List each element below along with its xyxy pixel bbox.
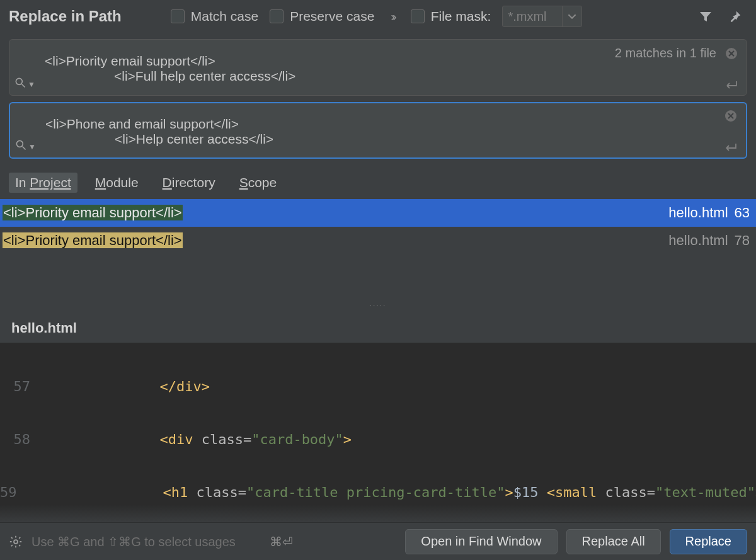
checkbox-box — [171, 9, 185, 23]
dialog-title: Replace in Path — [9, 8, 122, 25]
newline-icon[interactable] — [723, 142, 737, 152]
match-case-label: Match case — [191, 9, 258, 24]
code-token: </div> — [159, 379, 209, 394]
checkbox-box — [270, 9, 284, 23]
replace-text-line1: <li>Phone and email support</li> — [45, 117, 590, 132]
tab-directory-rest: irectory — [172, 175, 215, 190]
tab-module[interactable]: Module — [89, 173, 145, 193]
result-text: <li>Priority email support</li> — [3, 232, 183, 248]
file-mask-input[interactable] — [503, 8, 562, 25]
code-token: class= — [605, 484, 655, 500]
preview-filename: hello.html — [0, 311, 756, 343]
drag-handle[interactable]: ····· — [0, 299, 756, 311]
search-icon[interactable] — [14, 76, 26, 89]
preserve-case-label: Preserve case — [290, 9, 374, 24]
svg-point-6 — [14, 540, 18, 544]
code-token: "card-body" — [251, 431, 343, 447]
scope-tabs: In Project Module Directory Scope — [0, 159, 756, 199]
chevron-down-icon[interactable] — [563, 12, 581, 21]
svg-point-0 — [16, 78, 22, 84]
dialog-header: Replace in Path Match case Preserve case… — [0, 0, 756, 33]
match-case-checkbox[interactable]: Match case — [171, 9, 258, 24]
code-token: > — [343, 431, 352, 447]
code-token: $15 — [513, 484, 547, 500]
newline-icon[interactable] — [724, 80, 738, 90]
chevron-down-icon[interactable]: ▼ — [28, 142, 36, 151]
replace-text-line2: <li>Help center access</li> — [45, 132, 590, 147]
search-text-line2: <li>Full help center access</li> — [45, 69, 590, 84]
chevron-down-icon[interactable]: ▼ — [28, 80, 35, 89]
svg-point-3 — [16, 140, 23, 147]
results-list: <li>Priority email support</li> hello.ht… — [0, 199, 756, 254]
svg-line-1 — [22, 84, 25, 88]
file-mask-combo[interactable] — [502, 6, 582, 27]
code-token: <small — [547, 484, 597, 500]
match-count: 2 matches in 1 file — [615, 46, 716, 60]
tab-scope[interactable]: Scope — [233, 173, 284, 193]
clear-icon[interactable] — [724, 110, 737, 122]
result-file: hello.html — [668, 205, 728, 221]
more-options-icon[interactable]: ›› — [386, 9, 399, 24]
code-token: > — [505, 484, 513, 500]
result-row[interactable]: <li>Priority email support</li> hello.ht… — [0, 199, 756, 227]
code-token: "card-title pricing-card-title" — [246, 484, 505, 500]
code-token: class= — [202, 431, 251, 447]
replace-all-button[interactable]: Replace All — [566, 529, 661, 554]
result-line: 78 — [735, 232, 750, 249]
result-row[interactable]: <li>Priority email support</li> hello.ht… — [0, 227, 756, 254]
tab-scope-rest: cope — [248, 175, 277, 190]
pin-icon[interactable] — [728, 9, 747, 23]
dialog-footer: Use ⌘G and ⇧⌘G to select usages ⌘⏎ Open … — [0, 522, 756, 560]
result-text: <li>Priority email support</li> — [3, 205, 183, 220]
preserve-case-checkbox[interactable]: Preserve case — [270, 9, 374, 24]
gutter-line: 57 — [0, 378, 39, 396]
gutter-line: 58 — [0, 431, 39, 449]
gear-icon[interactable] — [9, 535, 23, 549]
replace-field[interactable]: ▼ <li>Phone and email support</li> <li>H… — [9, 102, 747, 159]
replace-button[interactable]: Replace — [670, 529, 747, 554]
tab-in-project[interactable]: In Project — [9, 173, 77, 193]
gutter-line: 59 — [0, 484, 26, 501]
file-mask-checkbox[interactable]: File mask: — [411, 9, 491, 24]
code-token: <h1 — [163, 484, 188, 500]
result-line: 63 — [735, 205, 750, 221]
svg-line-4 — [23, 147, 26, 150]
usage-hint: Use ⌘G and ⇧⌘G to select usages — [32, 534, 236, 549]
file-mask-label: File mask: — [431, 9, 491, 24]
button-label: Replace — [685, 534, 731, 549]
shortcut-label: ⌘⏎ — [270, 534, 293, 549]
code-token: class= — [196, 484, 246, 500]
search-field[interactable]: ▼ <li>Priority email support</li> <li>Fu… — [9, 39, 747, 96]
filter-icon[interactable] — [698, 9, 717, 24]
checkbox-box — [411, 9, 425, 23]
search-text-line1: <li>Priority email support</li> — [45, 54, 590, 69]
tab-module-rest: odule — [106, 175, 138, 190]
tab-directory[interactable]: Directory — [156, 173, 222, 193]
code-token: "text-muted" — [655, 484, 755, 500]
code-token: <div — [159, 431, 193, 447]
button-label: Open in Find Window — [421, 534, 541, 549]
open-find-window-button[interactable]: Open in Find Window — [405, 529, 557, 554]
result-file: hello.html — [668, 232, 728, 249]
button-label: Replace All — [582, 534, 645, 549]
search-icon[interactable] — [14, 139, 27, 151]
clear-icon[interactable] — [725, 47, 738, 60]
